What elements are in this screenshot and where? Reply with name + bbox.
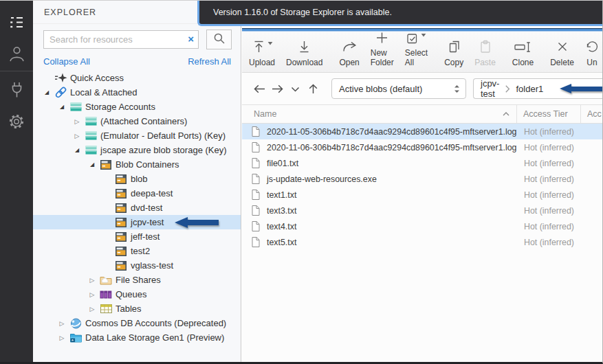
tree-item-attached-containers[interactable]: ▷(Attached Containers)	[33, 114, 241, 128]
un-button[interactable]: Un	[580, 32, 602, 72]
expand-toggle-icon[interactable]: ▷	[85, 306, 99, 312]
collapse-toggle-icon[interactable]: ◢	[70, 147, 84, 153]
blob-container-icon	[114, 247, 128, 256]
tree-item-label: Tables	[116, 304, 142, 314]
collapse-toggle-icon[interactable]: ◢	[55, 104, 69, 110]
link-icon	[54, 87, 67, 98]
tree-item-label: Cosmos DB Accounts (Deprecated)	[85, 318, 226, 328]
collapse-all-link[interactable]: Collapse All	[43, 56, 90, 67]
blob-row-text1-txt[interactable]: text1.txtHot (inferred)	[242, 187, 602, 203]
tree-item-label: jcpv-test	[131, 217, 164, 227]
upload-icon	[252, 38, 273, 55]
expand-toggle-icon[interactable]: ▷	[70, 133, 84, 139]
access-tier-cell: Hot (inferred)	[518, 174, 581, 184]
column-header-access-tier[interactable]: Access Tier	[517, 109, 580, 119]
blob-name-cell: 2020-11-05-306b4b718c7d4aac9294cd89601c4…	[242, 126, 518, 137]
blob-container-icon	[114, 189, 128, 198]
tree-item-deepa-test[interactable]: deepa-test	[33, 186, 241, 201]
tree-item-label: blob	[131, 174, 148, 184]
blob-name: file01.txt	[267, 159, 298, 168]
blob-row-text4-txt[interactable]: text4.txtHot (inferred)	[242, 218, 602, 234]
breadcrumb-segment-container[interactable]: jcpv-test	[481, 78, 499, 99]
blob-name: text4.txt	[267, 222, 296, 231]
blob-row-js-update-web-resources-exe[interactable]: js-update-web-resources.exeHot (inferred…	[242, 171, 602, 187]
up-arrow-icon[interactable]	[304, 80, 322, 97]
upload-button[interactable]: Upload	[243, 32, 281, 72]
forward-arrow-icon[interactable]	[268, 80, 286, 97]
tree-item-blob[interactable]: blob	[33, 172, 241, 186]
gear-icon[interactable]	[0, 106, 33, 137]
blob-name: js-update-web-resources.exe	[267, 174, 377, 184]
back-arrow-icon[interactable]	[250, 80, 268, 97]
paste-button: Paste	[469, 32, 501, 72]
tree-item-label: jeff-test	[131, 231, 160, 242]
blob-view-select[interactable]: Active blobs (default)	[331, 78, 466, 99]
expand-toggle-icon[interactable]: ▷	[85, 291, 99, 298]
tree-item-label: File Shares	[116, 275, 161, 285]
tree-item-blob-containers[interactable]: ◢Blob Containers	[33, 157, 241, 172]
blob-toolbar: UploadDownloadOpenNew FolderSelect AllCo…	[242, 32, 602, 73]
tree-item-quick-access[interactable]: Quick Access	[33, 71, 241, 85]
tree-item-local-attached[interactable]: ◢Local & Attached	[33, 85, 241, 100]
person-icon[interactable]	[0, 38, 33, 69]
delete-button[interactable]: Delete	[545, 32, 580, 72]
tree-item-jeff-test[interactable]: jeff-test	[33, 229, 241, 244]
blob-row-text3-txt[interactable]: text3.txtHot (inferred)	[242, 203, 602, 218]
blob-row-text5-txt[interactable]: text5.txtHot (inferred)	[242, 234, 602, 250]
blob-name: 2020-11-06-306b4b718c7d4aac9294cd89601c4…	[267, 143, 517, 152]
clone-button[interactable]: Clone	[507, 32, 539, 72]
activity-bar	[0, 1, 33, 362]
breadcrumb[interactable]: jcpv-test folder1	[473, 78, 602, 99]
file-icon	[252, 126, 260, 137]
file-icon	[252, 174, 260, 184]
expand-toggle-icon[interactable]: ▷	[55, 334, 69, 341]
toolbar-button-label: Un	[586, 58, 597, 67]
tree-item-data-lake-storage-gen1-preview[interactable]: ▷Data Lake Storage Gen1 (Preview)	[33, 330, 241, 345]
refresh-all-link[interactable]: Refresh All	[188, 56, 231, 67]
blob-container-icon	[99, 160, 113, 170]
column-header-name[interactable]: Name	[242, 109, 516, 119]
collapse-toggle-icon[interactable]: ◢	[40, 89, 54, 95]
download-icon	[297, 38, 311, 55]
blob-row-2020-11-06-306b4b718c7d4aac9294cd89601c4f95-mftserver1-log[interactable]: 2020-11-06-306b4b718c7d4aac9294cd89601c4…	[242, 139, 602, 155]
access-tier-cell: Hot (inferred)	[518, 206, 581, 216]
collapse-toggle-icon[interactable]: ◢	[85, 161, 99, 168]
open-button[interactable]: Open	[333, 32, 364, 72]
chevron-down-icon[interactable]	[286, 80, 304, 97]
tree-item-test2[interactable]: test2	[33, 244, 241, 258]
navigation-bar: Active blobs (default) jcpv-test folder1	[242, 73, 602, 105]
clear-search-icon[interactable]: ×	[188, 33, 194, 45]
tree-item-tables[interactable]: ▷Tables	[33, 302, 241, 316]
queue-icon	[99, 290, 113, 299]
tree-item-storage-accounts[interactable]: ◢Storage Accounts	[33, 100, 241, 114]
tree-item-cosmos-db-accounts-deprecated[interactable]: ▷Cosmos DB Accounts (Deprecated)	[33, 316, 241, 330]
access-tier-cell: Hot (inferred)	[518, 190, 581, 200]
download-button[interactable]: Download	[281, 32, 328, 72]
open-icon	[341, 38, 358, 55]
tree-item-emulator-default-ports-key[interactable]: ▷(Emulator - Default Ports) (Key)	[33, 128, 241, 143]
tree-item-dvd-test[interactable]: dvd-test	[33, 201, 241, 215]
search-button[interactable]	[206, 30, 232, 49]
plug-icon[interactable]	[0, 74, 33, 106]
expand-toggle-icon[interactable]: ▷	[85, 277, 99, 284]
blob-container-icon	[114, 218, 128, 227]
search-input[interactable]	[43, 30, 199, 49]
tree-item-jcpv-test[interactable]: jcpv-test	[33, 215, 241, 229]
expand-toggle-icon[interactable]: ▷	[55, 320, 69, 327]
column-header-clipped[interactable]: Acc	[581, 109, 602, 119]
caret-down-icon	[421, 33, 426, 37]
blob-row-file01-txt[interactable]: file01.txtHot (inferred)	[242, 155, 602, 171]
explorer-tree-icon[interactable]	[0, 6, 33, 38]
select-all-button[interactable]: Select All	[399, 32, 433, 72]
blob-row-2020-11-05-306b4b718c7d4aac9294cd89601c4f95-mftserver1-log[interactable]: 2020-11-05-306b4b718c7d4aac9294cd89601c4…	[242, 124, 602, 139]
breadcrumb-segment-folder[interactable]: folder1	[516, 84, 543, 94]
new-folder-button[interactable]: New Folder	[365, 32, 399, 72]
expand-toggle-icon[interactable]: ▷	[70, 118, 84, 125]
tree-item-file-shares[interactable]: ▷File Shares	[33, 273, 241, 287]
update-notification[interactable]: Version 1.16.0 of Storage Explorer is av…	[197, 1, 602, 26]
access-tier-cell: Hot (inferred)	[518, 159, 581, 168]
tree-item-vglass-test[interactable]: vglass-test	[33, 258, 241, 273]
copy-button[interactable]: Copy	[439, 32, 469, 72]
tree-item-jscape-azure-blob-storage-key[interactable]: ◢jscape azure blob storage (Key)	[33, 143, 241, 157]
tree-item-queues[interactable]: ▷Queues	[33, 287, 241, 302]
